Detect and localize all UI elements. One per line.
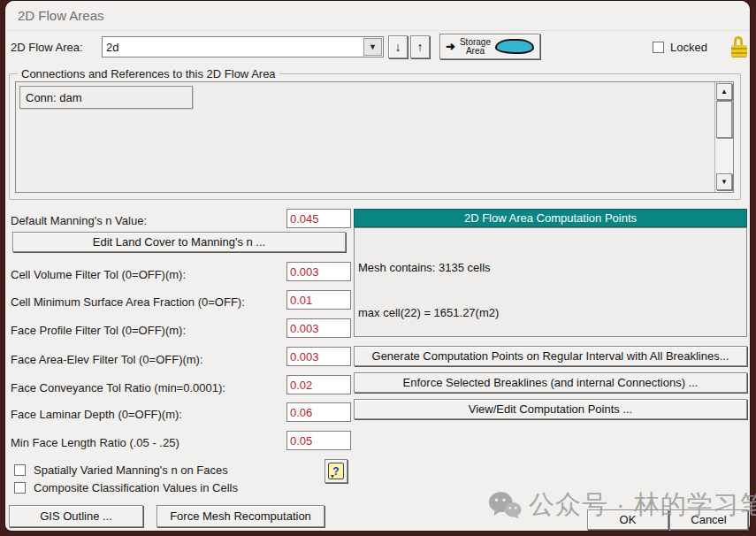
storage-area-button-label: StorageArea bbox=[460, 38, 491, 56]
force-mesh-recomputation-button[interactable]: Force Mesh Recomputation bbox=[157, 505, 325, 527]
down-arrow-icon: ↓ bbox=[395, 40, 401, 54]
enforce-breaklines-button[interactable]: Enforce Selected Breaklines (and interna… bbox=[354, 372, 747, 393]
mesh-info-line: max cell(22) = 1651.27(m2) bbox=[358, 305, 743, 320]
computation-points-header: 2D Flow Area Computation Points bbox=[354, 209, 747, 227]
locked-label: Locked bbox=[670, 41, 707, 54]
help-icon: ? bbox=[328, 463, 344, 479]
cell-volume-filter-label: Cell Volume Filter Tol (0=OFF)(m): bbox=[11, 268, 186, 281]
up-arrow-icon: ↑ bbox=[417, 40, 424, 54]
screen: 2D Flow Areas 2D Flow Area: 2d ▼ ↓ ↑ ➜ S… bbox=[0, 0, 756, 536]
face-area-elev-input[interactable] bbox=[286, 347, 351, 366]
manning-n-label: Default Manning's n Value: bbox=[11, 214, 147, 227]
flow-area-label: 2D Flow Area: bbox=[11, 41, 83, 54]
previous-flow-area-button[interactable]: ↓ bbox=[388, 35, 408, 58]
face-conveyance-input[interactable] bbox=[286, 375, 351, 394]
scrollbar-thumb[interactable] bbox=[716, 101, 732, 138]
flow-area-combobox[interactable]: 2d ▼ bbox=[102, 36, 384, 57]
lock-body bbox=[731, 45, 747, 57]
scroll-down-button[interactable]: ▼ bbox=[716, 173, 732, 190]
scroll-up-button[interactable]: ▲ bbox=[716, 83, 732, 100]
face-area-elev-label: Face Area-Elev Filter Tol (0=OFF)(m): bbox=[11, 353, 203, 366]
connections-list[interactable]: Conn: dam ▲ ▼ bbox=[15, 81, 734, 193]
cancel-button[interactable]: Cancel bbox=[669, 509, 748, 530]
cell-volume-filter-input[interactable] bbox=[286, 262, 351, 281]
face-conveyance-label: Face Conveyance Tol Ratio (min=0.0001): bbox=[11, 381, 225, 394]
locked-checkbox[interactable] bbox=[653, 42, 664, 53]
scroll-up-icon: ▲ bbox=[721, 88, 728, 96]
right-arrow-icon: ➜ bbox=[446, 40, 455, 53]
generate-computation-points-button[interactable]: Generate Computation Points on Regular I… bbox=[354, 346, 747, 366]
list-item-connection[interactable]: Conn: dam bbox=[19, 86, 193, 109]
spatially-varied-manning-label: Spatially Varied Manning's n on Faces bbox=[34, 463, 228, 477]
view-edit-computation-points-button[interactable]: View/Edit Computation Points ... bbox=[354, 399, 747, 419]
face-profile-filter-label: Face Profile Filter Tol (0=OFF)(m): bbox=[11, 324, 186, 337]
storage-area-icon bbox=[495, 39, 534, 54]
connections-group-label: Connections and References to this 2D Fl… bbox=[18, 67, 279, 80]
cell-min-surface-label: Cell Minimum Surface Area Fraction (0=OF… bbox=[11, 295, 245, 309]
face-profile-filter-input[interactable] bbox=[286, 318, 351, 338]
gis-outline-button[interactable]: GIS Outline ... bbox=[9, 505, 143, 527]
face-laminar-depth-label: Face Laminar Depth (0=OFF)(m): bbox=[11, 408, 182, 421]
min-face-length-input[interactable] bbox=[286, 431, 351, 450]
next-flow-area-button[interactable]: ↑ bbox=[410, 35, 430, 58]
cell-min-surface-input[interactable] bbox=[286, 290, 351, 310]
min-face-length-label: Min Face Length Ratio (.05 - .25) bbox=[11, 436, 179, 449]
scroll-down-icon: ▼ bbox=[721, 178, 728, 186]
composite-classification-label: Composite Classification Values in Cells bbox=[34, 481, 238, 494]
flow-area-value: 2d bbox=[103, 41, 363, 54]
edit-land-cover-button[interactable]: Edit Land Cover to Manning's n ... bbox=[12, 232, 346, 252]
spatially-varied-manning-checkbox[interactable] bbox=[14, 464, 26, 476]
window-title: 2D Flow Areas bbox=[18, 8, 104, 23]
lock-icon bbox=[730, 36, 748, 59]
face-laminar-depth-input[interactable] bbox=[286, 402, 351, 422]
composite-classification-checkbox[interactable] bbox=[14, 482, 26, 494]
mesh-info-box: Mesh contains: 3135 cells max cell(22) =… bbox=[354, 227, 747, 337]
ok-button[interactable]: OK bbox=[587, 509, 668, 530]
manning-n-input[interactable] bbox=[286, 209, 351, 228]
chevron-down-icon[interactable]: ▼ bbox=[363, 38, 382, 56]
mesh-info-line: Mesh contains: 3135 cells bbox=[358, 260, 743, 275]
title-bar[interactable]: 2D Flow Areas bbox=[5, 1, 750, 31]
connections-scrollbar[interactable]: ▲ ▼ bbox=[714, 82, 733, 192]
storage-area-button[interactable]: ➜ StorageArea bbox=[439, 34, 540, 59]
help-button[interactable]: ? bbox=[325, 459, 347, 483]
